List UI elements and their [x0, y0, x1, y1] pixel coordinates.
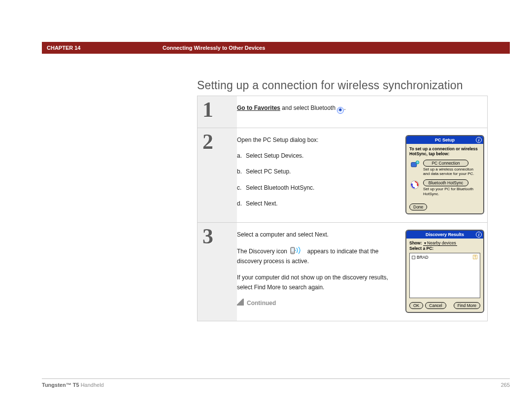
step-text: Select a computer and select Next. The D… — [237, 230, 405, 313]
step-row: 1 Go to Favorites and select Bluetooth ✱… — [197, 96, 488, 128]
done-button[interactable]: Done — [409, 204, 427, 210]
page-number: 265 — [501, 382, 510, 389]
section-title: Setting up a connection for wireless syn… — [197, 79, 488, 92]
page-footer: Tungsten™ T5 Handheld 265 — [42, 378, 510, 389]
continued-label: Continued — [237, 298, 394, 308]
step2-list: a.Select Setup Devices. b.Select PC Setu… — [237, 151, 394, 209]
step-body: Go to Favorites and select Bluetooth ✱. — [237, 96, 487, 128]
bluetooth-icon: ✱ — [337, 107, 344, 114]
page: CHAPTER 14 Connecting Wirelessly to Othe… — [0, 0, 532, 411]
step-row: 3 Select a computer and select Next. The… — [197, 222, 488, 321]
info-icon[interactable]: i — [476, 232, 482, 238]
key-icon: ⚿ — [473, 254, 478, 260]
bluetooth-hotsync-desc: Set up your PC for Bluetooth HotSync. — [423, 187, 480, 196]
pc-icon — [412, 256, 415, 259]
find-more-button[interactable]: Find More — [454, 302, 480, 309]
svg-rect-6 — [292, 248, 294, 251]
discovery-icon — [290, 246, 304, 255]
cancel-button[interactable]: Cancel — [425, 302, 446, 309]
pc-connection-button[interactable]: PC Connection — [423, 160, 468, 167]
product-name: Tungsten™ T5 Handheld — [42, 382, 104, 389]
list-item[interactable]: BRAD — [412, 255, 478, 260]
palm-title: Discovery Results — [426, 232, 464, 237]
step-number: 3 — [198, 223, 237, 321]
info-icon[interactable]: i — [476, 137, 482, 143]
step1-tail: and select Bluetooth — [280, 104, 337, 111]
show-dropdown[interactable]: Nearby devices — [423, 240, 457, 246]
favorites-link[interactable]: Go to Favorites — [237, 104, 280, 111]
palm-row: PC Connection Set up a wireless connecit… — [409, 160, 480, 176]
chapter-header: CHAPTER 14 Connecting Wirelessly to Othe… — [42, 42, 510, 54]
step-row: 2 Open the PC Setup dialog box: a.Select… — [197, 128, 488, 223]
palm-title: PC Setup — [435, 137, 455, 142]
steps-container: 1 Go to Favorites and select Bluetooth ✱… — [197, 96, 488, 321]
step3-p1: Select a computer and select Next. — [237, 230, 394, 240]
palm-tip: To set up a connection or wireless HotSy… — [409, 146, 480, 157]
palm-row: Bluetooth HotSync Set up your PC for Blu… — [409, 179, 480, 196]
step-body: Select a computer and select Next. The D… — [237, 223, 487, 321]
pc-list[interactable]: BRAD ⚿ — [409, 253, 480, 298]
discovery-controls: Show: Nearby devices Select a PC: — [406, 239, 483, 251]
step1-period: . — [344, 104, 345, 111]
hotsync-icon — [409, 179, 420, 190]
select-pc-label: Select a PC: — [409, 246, 433, 251]
svg-point-8 — [295, 250, 296, 251]
step3-p2: The Discovery icon appears to indicate t… — [237, 246, 394, 267]
svg-rect-0 — [411, 162, 417, 167]
pc-setup-screenshot: PC Setup i To set up a connection or wir… — [405, 135, 484, 215]
step-number: 2 — [198, 128, 237, 223]
palm-content: To set up a connection or wireless HotSy… — [406, 144, 483, 202]
step-number: 1 — [198, 96, 237, 128]
palm-bottombar: Done — [406, 202, 483, 213]
step3-p3: If your computer did not show up on the … — [237, 273, 394, 293]
palm-bottombar: OK Cancel Find More — [406, 300, 483, 312]
step-text: Open the PC Setup dialog box: a.Select S… — [237, 135, 405, 215]
bluetooth-hotsync-button[interactable]: Bluetooth HotSync — [423, 179, 468, 186]
palm-option: PC Connection Set up a wireless connecit… — [423, 160, 480, 176]
palm-titlebar: Discovery Results i — [406, 231, 483, 239]
ok-button[interactable]: OK — [409, 302, 423, 309]
chapter-title: Connecting Wirelessly to Other Devices — [163, 45, 265, 51]
palm-option: Bluetooth HotSync Set up your PC for Blu… — [423, 179, 480, 196]
step-text: Go to Favorites and select Bluetooth ✱. — [237, 103, 487, 120]
show-label: Show: — [409, 240, 422, 245]
step-body: Open the PC Setup dialog box: a.Select S… — [237, 128, 487, 223]
palm-titlebar: PC Setup i — [406, 136, 483, 144]
chapter-label: CHAPTER 14 — [42, 45, 80, 51]
step2-intro: Open the PC Setup dialog box: — [237, 135, 394, 145]
discovery-screenshot: Discovery Results i Show: Nearby devices… — [405, 230, 484, 313]
pc-connection-desc: Set up a wireless conneciton and data se… — [423, 167, 480, 176]
pc-connection-icon — [409, 160, 420, 171]
